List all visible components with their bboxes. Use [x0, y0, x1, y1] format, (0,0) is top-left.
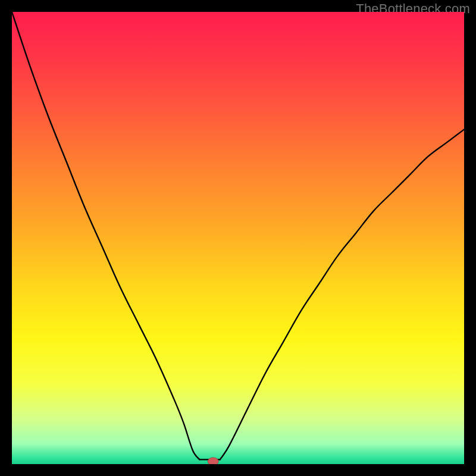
gradient-background	[12, 12, 464, 464]
plot-area	[12, 12, 464, 464]
minimum-marker	[208, 458, 218, 464]
chart-svg	[12, 12, 464, 464]
chart-frame: TheBottleneck.com	[0, 0, 476, 476]
